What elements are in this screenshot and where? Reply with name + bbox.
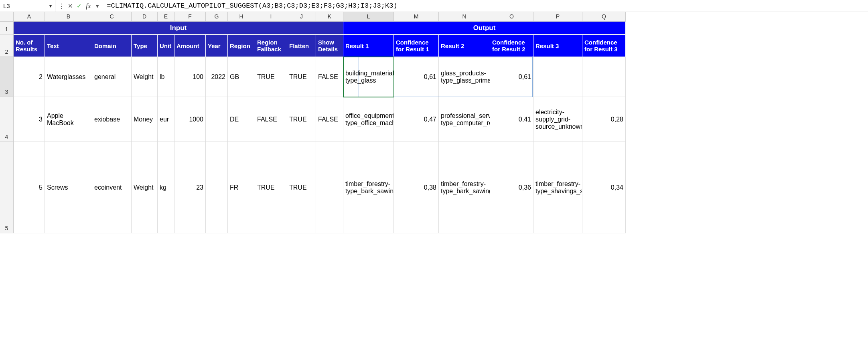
header-M[interactable]: Confidence for Result 1 (394, 34, 439, 57)
cell-B3[interactable]: Waterglasses (45, 57, 92, 97)
cell-M5[interactable]: 0,38 (394, 142, 439, 233)
col-head-O[interactable]: O (490, 12, 533, 21)
cell-L4[interactable]: office_equipment-type_office_machinery_c… (343, 97, 394, 142)
cell-C5[interactable]: ecoinvent (92, 142, 132, 233)
col-head-B[interactable]: B (45, 12, 92, 21)
cell-D4[interactable]: Money (132, 97, 158, 142)
accept-icon[interactable]: ✓ (75, 2, 83, 10)
row-head-1[interactable]: 1 (0, 22, 14, 34)
cell-J5[interactable]: TRUE (287, 142, 316, 233)
col-head-C[interactable]: C (92, 12, 132, 21)
cell-O4[interactable]: 0,41 (490, 97, 533, 142)
cell-I4[interactable]: FALSE (255, 97, 287, 142)
cell-A3[interactable]: 2 (14, 57, 45, 97)
col-head-K[interactable]: K (316, 12, 343, 21)
cell-K4[interactable]: FALSE (316, 97, 343, 142)
header-C[interactable]: Domain (92, 34, 132, 57)
col-head-Q[interactable]: Q (582, 12, 626, 21)
col-head-N[interactable]: N (439, 12, 490, 21)
cell-B4[interactable]: Apple MacBook (45, 97, 92, 142)
cell-P3[interactable] (533, 57, 582, 97)
header-G[interactable]: Year (206, 34, 228, 57)
header-Q[interactable]: Confidence for Result 3 (582, 34, 626, 57)
cell-H4[interactable]: DE (228, 97, 255, 142)
cell-N5[interactable]: timber_forestry-type_bark_sawing_softwoo… (439, 142, 490, 233)
header-K[interactable]: Show Details (316, 34, 343, 57)
cell-J4[interactable]: TRUE (287, 97, 316, 142)
col-head-H[interactable]: H (228, 12, 255, 21)
cell-C4[interactable]: exiobase (92, 97, 132, 142)
cell-O3[interactable]: 0,61 (490, 57, 533, 97)
header-O[interactable]: Confidence for Result 2 (490, 34, 533, 57)
chevron-down-icon[interactable]: ▾ (94, 2, 101, 10)
col-head-G[interactable]: G (206, 12, 228, 21)
cell-E3[interactable]: lb (158, 57, 174, 97)
cell-N3[interactable]: glass_products-type_glass_primary_materi… (439, 57, 490, 97)
cancel-icon[interactable]: ✕ (67, 2, 74, 10)
cell-O5[interactable]: 0,36 (490, 142, 533, 233)
fx-icon[interactable]: fx (84, 2, 92, 10)
cell-L5[interactable]: timber_forestry-type_bark_sawing_hardwoo… (343, 142, 394, 233)
header-P[interactable]: Result 3 (533, 34, 582, 57)
cell-Q4[interactable]: 0,28 (582, 97, 626, 142)
col-head-I[interactable]: I (255, 12, 287, 21)
formula-input[interactable] (103, 0, 868, 12)
header-J[interactable]: Flatten (287, 34, 316, 57)
col-head-F[interactable]: F (174, 12, 206, 21)
header-A[interactable]: No. of Results (14, 34, 45, 57)
cell-M4[interactable]: 0,47 (394, 97, 439, 142)
cell-K3[interactable]: FALSE (316, 57, 343, 97)
cell-B5[interactable]: Screws (45, 142, 92, 233)
cell-D3[interactable]: Weight (132, 57, 158, 97)
col-head-J[interactable]: J (287, 12, 316, 21)
vertical-dots-icon[interactable]: ⋮ (58, 2, 65, 10)
header-H[interactable]: Region (228, 34, 255, 57)
cell-Q5[interactable]: 0,34 (582, 142, 626, 233)
cell-M3[interactable]: 0,61 (394, 57, 439, 97)
cell-H5[interactable]: FR (228, 142, 255, 233)
cell-N4[interactable]: professional_services-type_computer_rela… (439, 97, 490, 142)
cell-E4[interactable]: eur (158, 97, 174, 142)
select-all-corner[interactable] (0, 12, 14, 22)
group-header-output[interactable]: Output (343, 22, 626, 34)
header-L[interactable]: Result 1 (343, 34, 394, 57)
cell-G5[interactable] (206, 142, 228, 233)
cell-L3[interactable]: building_materials-type_glass (343, 57, 394, 97)
row-head-3[interactable]: 3 (0, 57, 14, 97)
row-head-2[interactable]: 2 (0, 34, 14, 57)
cell-D5[interactable]: Weight (132, 142, 158, 233)
header-E[interactable]: Unit (158, 34, 174, 57)
row-head-4[interactable]: 4 (0, 97, 14, 142)
cell-C3[interactable]: general (92, 57, 132, 97)
col-head-L[interactable]: L (343, 12, 394, 21)
group-header-input[interactable]: Input (14, 22, 343, 34)
cell-H3[interactable]: GB (228, 57, 255, 97)
name-box[interactable]: L3 ▾ (0, 0, 55, 12)
cell-E5[interactable]: kg (158, 142, 174, 233)
cell-P5[interactable]: timber_forestry-type_shavings_softwood_l… (533, 142, 582, 233)
cell-J3[interactable]: TRUE (287, 57, 316, 97)
col-head-D[interactable]: D (132, 12, 158, 21)
col-head-P[interactable]: P (533, 12, 582, 21)
cell-A4[interactable]: 3 (14, 97, 45, 142)
col-head-E[interactable]: E (158, 12, 174, 21)
row-head-5[interactable]: 5 (0, 142, 14, 233)
cell-F3[interactable]: 100 (174, 57, 206, 97)
cell-F4[interactable]: 1000 (174, 97, 206, 142)
header-B[interactable]: Text (45, 34, 92, 57)
cell-G3[interactable]: 2022 (206, 57, 228, 97)
chevron-down-icon[interactable]: ▾ (49, 3, 52, 9)
cell-I3[interactable]: TRUE (255, 57, 287, 97)
header-D[interactable]: Type (132, 34, 158, 57)
cell-F5[interactable]: 23 (174, 142, 206, 233)
header-F[interactable]: Amount (174, 34, 206, 57)
col-head-M[interactable]: M (394, 12, 439, 21)
cell-A5[interactable]: 5 (14, 142, 45, 233)
cell-K5[interactable] (316, 142, 343, 233)
col-head-A[interactable]: A (14, 12, 45, 21)
header-N[interactable]: Result 2 (439, 34, 490, 57)
header-I[interactable]: Region Fallback (255, 34, 287, 57)
cell-Q3[interactable] (582, 57, 626, 97)
cell-P4[interactable]: electricity-supply_grid-source_unknown (533, 97, 582, 142)
cell-I5[interactable]: TRUE (255, 142, 287, 233)
